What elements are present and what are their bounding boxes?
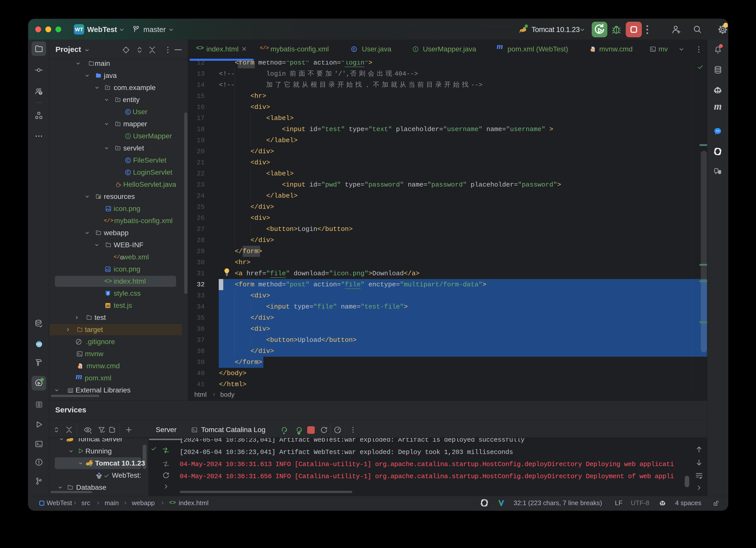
svg-text:C: C: [353, 47, 356, 51]
svg-text:C: C: [127, 170, 130, 174]
svg-text:JS: JS: [106, 304, 110, 308]
svg-text:?: ?: [40, 91, 41, 95]
svg-text:C: C: [127, 110, 130, 114]
svg-text:3: 3: [107, 291, 109, 295]
svg-text:I: I: [415, 47, 416, 51]
svg-text:I: I: [128, 134, 129, 138]
svg-text:C: C: [127, 158, 130, 162]
